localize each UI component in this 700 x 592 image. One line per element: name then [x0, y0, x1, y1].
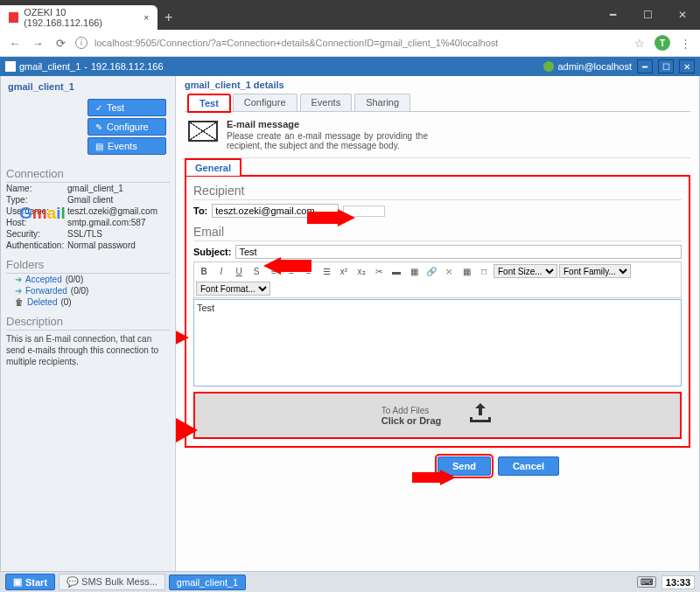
new-tab-button[interactable]: +	[158, 5, 179, 30]
browser-menu-icon[interactable]: ⋮	[677, 37, 693, 50]
window-close[interactable]: ✕	[665, 0, 700, 30]
panel-maximize-icon[interactable]: ☐	[658, 59, 674, 73]
panel-close-icon[interactable]: ✕	[679, 59, 695, 73]
highlight-icon[interactable]: ▬	[388, 264, 404, 278]
list-icon[interactable]: ☰	[318, 264, 334, 278]
section-description: Description	[6, 315, 170, 331]
nav-forward-icon[interactable]: →	[30, 35, 46, 51]
email-body-editor[interactable]: Test	[193, 299, 682, 387]
details-panel: gmail_client_1 details Test Configure Ev…	[176, 76, 699, 574]
folder-deleted[interactable]: 🗑Deleted(0)	[6, 296, 170, 308]
window-maximize[interactable]: ☐	[630, 0, 665, 30]
emsg-heading: E-mail message	[227, 119, 428, 131]
folder-accepted[interactable]: ➜Accepted(0/0)	[6, 274, 170, 285]
browser-tab[interactable]: OZEKI 10 (192.168.112.166) ×	[0, 5, 158, 30]
calendar-icon: ▤	[95, 142, 103, 151]
tab-title: OZEKI 10 (192.168.112.166)	[24, 7, 138, 28]
sidebar-test-button[interactable]: ✓Test	[88, 99, 166, 116]
description-text: This is an E-mail connection, that can s…	[6, 333, 170, 367]
header-user[interactable]: admin@localhost	[557, 61, 632, 72]
file-upload-zone[interactable]: To Add Files Click or Drag	[193, 392, 682, 439]
section-folders: Folders	[6, 258, 170, 274]
emsg-body: Please create an e-mail message by provi…	[227, 131, 428, 150]
browser-titlebar: OZEKI 10 (192.168.112.166) × + ━ ☐ ✕	[0, 0, 700, 30]
task-gmail-client[interactable]: gmail_client_1	[169, 575, 246, 590]
compose-panel: Recipient To: Email Subject: B I U S ≡ ≡…	[185, 175, 690, 448]
breadcrumb: gmail_client_1 - 192.168.112.166	[5, 61, 164, 72]
align-right-icon[interactable]: ≡	[301, 264, 317, 278]
trash-icon: 🗑	[15, 297, 24, 307]
section-connection: Connection	[6, 167, 170, 183]
cut-icon[interactable]: ✂	[371, 264, 387, 278]
sidebar: gmail_client_1 Gmail ✓Test ✎Configure ▤E…	[1, 76, 176, 574]
crumb-1: gmail_client_1	[19, 61, 80, 72]
panel-minimize-icon[interactable]: ━	[637, 59, 653, 73]
subject-input[interactable]	[235, 245, 682, 259]
tab-sharing[interactable]: Sharing	[354, 94, 410, 111]
link-icon[interactable]: 🔗	[424, 264, 439, 278]
start-icon: ▣	[13, 576, 22, 588]
url-field[interactable]: localhost:9505/Connection/?a=Connection+…	[94, 38, 625, 48]
to-label: To:	[193, 205, 207, 216]
to-row: To:	[193, 204, 682, 218]
kv-row: Name:gmail_client_1	[6, 183, 170, 194]
nav-back-icon[interactable]: ←	[7, 35, 23, 51]
image-icon[interactable]: ▦	[406, 264, 422, 278]
subtab-general[interactable]: General	[185, 158, 242, 176]
group-recipient: Recipient	[193, 182, 682, 200]
font-size-select[interactable]: Font Size...	[494, 264, 557, 278]
wrench-icon: ✎	[95, 122, 102, 132]
keyboard-icon[interactable]: ⌨	[637, 576, 656, 588]
sub-icon[interactable]: x₂	[354, 264, 369, 278]
font-family-select[interactable]: Font Family...	[559, 264, 631, 278]
details-title: gmail_client_1 details	[185, 80, 690, 94]
app-header: gmail_client_1 - 192.168.112.166 admin@l…	[0, 57, 700, 76]
font-format-select[interactable]: Font Format...	[196, 282, 270, 296]
site-info-icon[interactable]: i	[75, 37, 88, 49]
color-icon[interactable]: □	[476, 264, 492, 278]
crumb-sep: -	[84, 61, 88, 72]
bookmark-star-icon[interactable]: ☆	[632, 37, 648, 50]
crumb-2: 192.168.112.166	[91, 61, 164, 72]
to-input[interactable]	[212, 204, 339, 218]
arrow-right-icon: ➜	[15, 286, 22, 296]
sup-icon[interactable]: x²	[336, 264, 352, 278]
taskbar: ▣Start 💬SMS Bulk Mess... gmail_client_1 …	[0, 571, 700, 592]
gmail-logo: Gmail	[19, 204, 66, 223]
sidebar-configure-button[interactable]: ✎Configure	[88, 118, 166, 136]
editor-toolbar: B I U S ≡ ≡ ≡ ☰ x² x₂ ✂ ▬ ▦ 🔗 ⤫ ▦ □ Font…	[193, 261, 682, 298]
align-center-icon[interactable]: ≡	[284, 264, 299, 278]
browser-addressbar: ← → ⟳ i localhost:9505/Connection/?a=Con…	[0, 30, 700, 57]
arrow-right-icon: ➜	[15, 275, 22, 284]
unlink-icon[interactable]: ⤫	[441, 264, 457, 278]
window-minimize[interactable]: ━	[595, 0, 630, 30]
favicon	[9, 12, 18, 23]
details-tabs: Test Configure Events Sharing	[185, 94, 690, 112]
profile-avatar[interactable]: T	[654, 35, 670, 51]
task-sms-bulk[interactable]: 💬SMS Bulk Mess...	[59, 574, 165, 590]
window-controls: ━ ☐ ✕	[595, 0, 700, 30]
send-button[interactable]: Send	[438, 456, 491, 476]
tab-test[interactable]: Test	[188, 94, 230, 112]
main-layout: gmail_client_1 Gmail ✓Test ✎Configure ▤E…	[0, 76, 700, 575]
start-button[interactable]: ▣Start	[5, 574, 55, 590]
upload-icon	[467, 401, 494, 429]
bold-icon[interactable]: B	[196, 264, 212, 278]
subject-label: Subject:	[193, 247, 231, 257]
tab-configure[interactable]: Configure	[233, 94, 298, 111]
close-tab-icon[interactable]: ×	[144, 13, 149, 23]
sidebar-events-button[interactable]: ▤Events	[88, 137, 166, 155]
strike-icon[interactable]: S	[248, 264, 264, 278]
to-badge	[343, 205, 385, 217]
user-status-icon	[543, 61, 554, 72]
chat-icon: 💬	[66, 576, 79, 587]
table-icon[interactable]: ▦	[458, 264, 474, 278]
nav-reload-icon[interactable]: ⟳	[52, 35, 68, 51]
underline-icon[interactable]: U	[231, 264, 247, 278]
cancel-button[interactable]: Cancel	[498, 456, 559, 476]
align-left-icon[interactable]: ≡	[266, 264, 282, 278]
subject-row: Subject:	[193, 245, 682, 259]
folder-forwarded[interactable]: ➜Forwarded(0/0)	[6, 285, 170, 296]
italic-icon[interactable]: I	[214, 264, 229, 278]
tab-events[interactable]: Events	[300, 94, 353, 111]
